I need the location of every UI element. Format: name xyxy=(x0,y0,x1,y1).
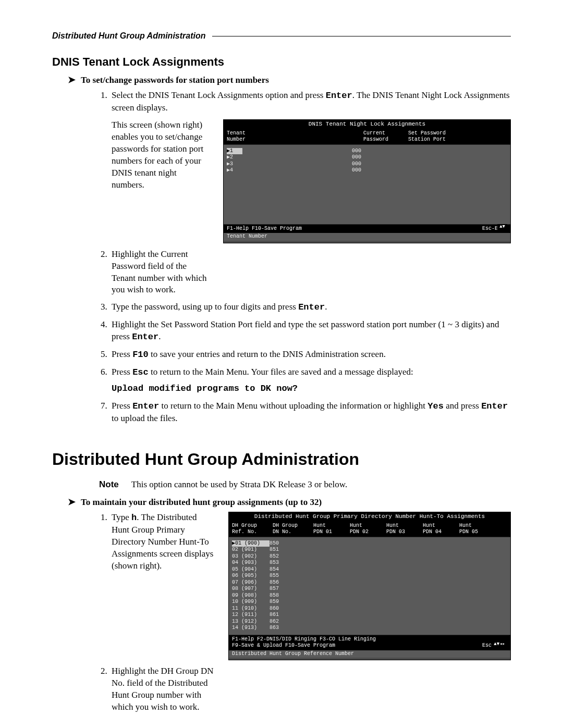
key-esc: Esc xyxy=(132,367,149,377)
term1-hdr1a: Tenant xyxy=(227,130,246,136)
procedure-title-1: To set/change passwords for station port… xyxy=(81,75,269,85)
page: Distributed Hunt Group Administration DN… xyxy=(0,0,563,728)
term1-body: ▶1000▶2000▶3000▶4000 xyxy=(224,144,510,225)
term1-hdr2a: Current xyxy=(363,130,385,136)
s2-step-2-text: Highlight the DH Group DN No. field of t… xyxy=(112,665,216,713)
term2-row: 03 (902)852 xyxy=(232,553,507,560)
procedure-heading-1: ➤ To set/change passwords for station po… xyxy=(68,75,511,85)
key-enter-4: Enter xyxy=(132,401,159,411)
term2-row: 11 (910)860 xyxy=(232,606,507,612)
s2-step-1: Type h. The Distributed Hunt Group Prima… xyxy=(109,512,511,660)
term2-row: 04 (903)853 xyxy=(232,560,507,566)
note-label: Note xyxy=(99,479,131,490)
procedure-title-2: To maintain your distributed hunt group … xyxy=(81,497,322,508)
term2-body: ▶01 (900)850 02 (901)851 03 (902)852 04 … xyxy=(229,537,510,635)
steps-list-1: Select the DNIS Tenant Lock Assignments … xyxy=(83,90,511,425)
term1-hdr1b: Number xyxy=(227,137,246,142)
step-7: Press Enter to return to the Main Menu w… xyxy=(109,400,511,425)
term1-footer2: Tenant Number xyxy=(224,233,510,241)
section-heading-dhg: Distributed Hunt Group Administration xyxy=(52,450,511,469)
key-enter-3: Enter xyxy=(132,332,158,342)
term2-row: 14 (913)863 xyxy=(232,625,507,632)
note-text: This option cannot be used by Strata DK … xyxy=(131,479,347,490)
arrow-icon: ➤ xyxy=(68,75,76,84)
step-7-text-a: Press xyxy=(112,401,132,411)
step-7-text-c: and press xyxy=(444,401,481,411)
step-5: Press F10 to save your entries and retur… xyxy=(109,349,511,361)
step-7-text-b: to return to the Main Menu without uploa… xyxy=(159,401,427,411)
term1-row: ▶3000 xyxy=(227,161,507,168)
step-6: Press Esc to return to the Main Menu. Yo… xyxy=(109,366,511,395)
term2-row: 07 (906)856 xyxy=(232,579,507,586)
term2-row: 05 (904)854 xyxy=(232,566,507,573)
term1-row: ▶1000 xyxy=(227,148,507,155)
term2-row: 13 (912)862 xyxy=(232,619,507,625)
step-1-text-a: Select the DNIS Tenant Lock Assignments … xyxy=(112,90,326,100)
term1-title: DNIS Tenant Night Lock Assignments xyxy=(224,120,510,129)
term2-row: 06 (905)855 xyxy=(232,573,507,579)
term1-header: Tenant Number Current Password Set Passw… xyxy=(224,129,510,144)
running-head-rule xyxy=(212,36,511,36)
s2-step1-a: Type xyxy=(112,512,131,522)
step-4: Highlight the Set Password Station Port … xyxy=(109,319,511,343)
section-heading-dnis: DNIS Tenant Lock Assignments xyxy=(52,55,511,69)
key-enter-2: Enter xyxy=(298,302,325,312)
s2-step-1-text: Type h. The Distributed Hunt Group Prima… xyxy=(112,512,216,572)
term2-row: 12 (911)861 xyxy=(232,612,507,619)
term2-foot-l2: F9-Save & Upload F10-Save Program xyxy=(232,643,335,649)
term1-row: ▶2000 xyxy=(227,154,507,161)
step-3-text-b: . xyxy=(325,302,327,312)
step-6-text-a: Press xyxy=(112,367,132,377)
term1-hdr3a: Set Password xyxy=(408,130,446,136)
arrow-icon-2: ➤ xyxy=(68,497,76,507)
upload-prompt: Upload modified programs to DK now? xyxy=(112,383,511,395)
running-head: Distributed Hunt Group Administration xyxy=(52,31,212,41)
running-head-row: Distributed Hunt Group Administration xyxy=(52,31,511,41)
term2-row: 09 (908)858 xyxy=(232,593,507,599)
term2-header: DH GroupRef. No.DH GroupDN No.HuntPDN 01… xyxy=(229,522,510,537)
s2-step-2: Highlight the DH Group DN No. field of t… xyxy=(109,665,511,713)
step-3-text-a: Type the password, using up to four digi… xyxy=(112,302,298,312)
terminal-screenshot-1: DNIS Tenant Night Lock Assignments Tenan… xyxy=(223,119,511,243)
term2-row: 10 (909)859 xyxy=(232,599,507,606)
key-enter: Enter xyxy=(326,91,352,101)
step-2-text: Highlight the Current Password field of … xyxy=(112,249,211,297)
key-f10: F10 xyxy=(132,350,149,360)
key-yes: Yes xyxy=(427,401,444,411)
step-2: Highlight the Current Password field of … xyxy=(109,249,511,297)
term2-footer2: Distributed Hunt Group Reference Number xyxy=(229,650,510,658)
step-1-side-text: This screen (shown right) enables you to… xyxy=(112,119,211,191)
step-6-text-b: to return to the Main Menu. Your files a… xyxy=(149,367,413,377)
term2-row: ▶01 (900)850 xyxy=(232,540,507,547)
step-1: Select the DNIS Tenant Lock Assignments … xyxy=(109,90,511,243)
step-5-text-a: Press xyxy=(112,349,132,359)
term1-hdr2b: Password xyxy=(363,137,388,142)
procedure-heading-2: ➤ To maintain your distributed hunt grou… xyxy=(68,497,511,508)
term2-foot-l1: F1-Help F2-DNIS/DID Ringing F3-CO Line R… xyxy=(232,636,376,643)
key-enter-5: Enter xyxy=(481,401,508,411)
step-3: Type the password, using up to four digi… xyxy=(109,301,511,314)
term1-footer: F1-Help F10-Save Program Esc-Exit xyxy=(224,225,510,233)
step-4-text-a: Highlight the Set Password Station Port … xyxy=(112,319,499,341)
terminal-screenshot-2: Distributed Hunt Group Primary Directory… xyxy=(228,512,511,660)
term1-scroll-icon: ▲▼ xyxy=(497,224,507,230)
term2-title: Distributed Hunt Group Primary Directory… xyxy=(229,512,510,522)
note-row: Note This option cannot be used by Strat… xyxy=(99,479,511,490)
term1-row: ▶4000 xyxy=(227,167,507,174)
step-4-text-b: . xyxy=(158,331,161,341)
step-7-text-d: to upload the files. xyxy=(112,413,178,423)
step-5-text-b: to save your entries and return to the D… xyxy=(149,349,386,359)
key-h: h xyxy=(131,513,137,523)
steps-list-2: Type h. The Distributed Hunt Group Prima… xyxy=(83,512,511,713)
term2-scroll-icon: ▲▼◂▸ xyxy=(492,641,507,647)
term1-hdr3b: Station Port xyxy=(408,137,446,142)
term1-foot-left: F1-Help F10-Save Program xyxy=(227,226,302,232)
term2-row: 08 (907)857 xyxy=(232,586,507,593)
term2-row: 02 (901)851 xyxy=(232,547,507,553)
term2-footer: F1-Help F2-DNIS/DID Ringing F3-CO Line R… xyxy=(229,635,510,650)
